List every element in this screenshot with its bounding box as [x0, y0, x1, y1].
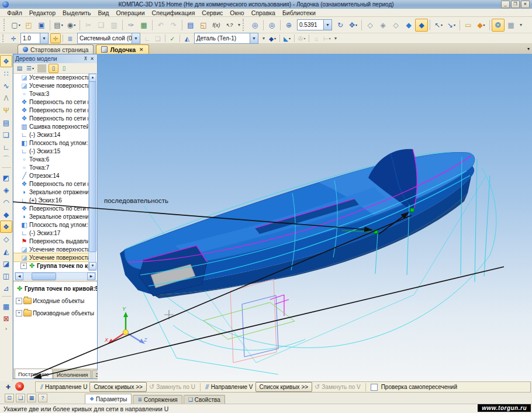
menu-item[interactable]: Библиотеки	[279, 9, 319, 16]
properties-icon[interactable]: ▦	[137, 19, 150, 32]
tree-composition-icon[interactable]: ▯	[59, 64, 69, 73]
toolbar-grip[interactable]	[243, 19, 246, 32]
expand-icon[interactable]: +	[16, 298, 22, 304]
trim-surface-icon[interactable]: ◪	[0, 257, 12, 270]
toolbar-overflow-icon[interactable]: ▾	[517, 19, 524, 32]
undo-icon[interactable]: ↶	[154, 19, 167, 32]
model-dimensions-icon[interactable]: ▦	[505, 19, 517, 32]
patch-surface-icon[interactable]: ◩	[0, 171, 12, 184]
stitch-surface-icon[interactable]: ▦	[0, 300, 12, 312]
tree-tab[interactable]: Исполнения	[53, 370, 92, 378]
plane-icon[interactable]: ▤	[0, 116, 12, 129]
zoom-window-icon[interactable]: ◎	[248, 19, 261, 32]
functions-icon[interactable]: f(x)	[210, 19, 223, 32]
expand-icon[interactable]: +	[20, 263, 27, 269]
tree-item[interactable]: ❖ Поверхность по сети кр	[13, 106, 88, 114]
current-layer-combo[interactable]: Системный слой (0)▼	[77, 33, 140, 44]
current-body-combo[interactable]: Деталь (Тел-1)▼	[194, 33, 258, 44]
sketch-properties-icon[interactable]: ❏	[153, 33, 163, 43]
current-scale-combo[interactable]: 1.0▼	[20, 33, 49, 44]
tree-item[interactable]: ∟ (-) Эскиз:15	[13, 147, 88, 155]
scroll-right-icon[interactable]: ▶	[87, 273, 95, 280]
zoom-pan-icon[interactable]: ◎	[265, 19, 278, 32]
property-tab[interactable]: ≣ Сопряжения	[133, 395, 182, 404]
menu-item[interactable]: Справка	[248, 9, 279, 16]
curve-list-u-button[interactable]: Список кривых >>	[89, 382, 147, 392]
scroll-up-icon[interactable]: ▲	[89, 74, 96, 82]
toolbar-overflow-icon[interactable]: ▾	[260, 33, 267, 43]
extrude-surface-icon[interactable]: ◈	[0, 184, 12, 196]
sep[interactable]	[294, 35, 295, 42]
split-face-icon[interactable]: ⊿	[0, 282, 12, 294]
create-object-icon[interactable]: ✚	[4, 382, 13, 391]
snap-filter-icon[interactable]: ↘	[445, 19, 458, 32]
library-manager-icon[interactable]: ◱	[197, 19, 210, 32]
arc-icon[interactable]: ⌒	[0, 153, 12, 166]
hidden-lines-thin-icon[interactable]: ◈	[376, 19, 389, 32]
orientation-ball-icon[interactable]: ❂	[492, 19, 505, 32]
curve-branch-icon[interactable]: Ψ	[0, 104, 12, 116]
tree-item[interactable]: ✤ Группа точек по кривой:5	[13, 283, 97, 295]
combo-arrow-icon[interactable]: ▼	[323, 20, 331, 30]
close-panel-icon[interactable]: ✕	[89, 56, 95, 62]
toolbar-overflow-icon[interactable]: ▾	[236, 19, 243, 32]
property-tab[interactable]: ❖ Параметры	[85, 394, 132, 404]
menu-item[interactable]: Вид	[94, 9, 112, 16]
sep[interactable]	[2, 167, 11, 171]
tree-item[interactable]: ╱ Отрезок:14	[13, 171, 88, 180]
tree-item[interactable]: ○ Точка:6	[13, 155, 88, 163]
close-button[interactable]: ✕	[521, 1, 530, 8]
stamp-icon[interactable]: ✇	[296, 33, 307, 43]
delete-face-icon[interactable]: ⊠	[0, 312, 12, 325]
cut-icon[interactable]: ✂	[82, 19, 95, 32]
preview-icon[interactable]: ◉	[65, 19, 78, 32]
redo-icon[interactable]: ↷	[167, 19, 180, 32]
tab-list-arrow-icon[interactable]: ▾	[527, 46, 530, 51]
sep[interactable]	[152, 20, 153, 30]
help-icon[interactable]: ?	[38, 394, 47, 402]
toolbar-grip[interactable]	[4, 19, 7, 32]
close-v-toggle[interactable]: ↺ Замкнуть по V	[315, 383, 361, 391]
orientation-icon[interactable]: ✥	[347, 19, 360, 32]
menu-item[interactable]: Выделить	[59, 9, 94, 16]
direction-v-button[interactable]: ⫻ Направление V	[205, 383, 253, 391]
autocreate-icon[interactable]: ⊡	[5, 394, 14, 402]
tab-close-icon[interactable]: ✕	[139, 47, 144, 53]
sep[interactable]	[182, 20, 182, 30]
tree-item[interactable]: ○ Точка:3	[13, 90, 88, 98]
selection-filter-icon[interactable]: ↖	[432, 19, 445, 32]
copy-properties-icon[interactable]: ✑	[125, 19, 137, 32]
open-icon[interactable]: ◰	[22, 19, 35, 32]
menu-item[interactable]: Редактор	[26, 9, 59, 16]
direction-u-button[interactable]: ⫽ Направление U	[40, 383, 87, 391]
pin-panel-icon[interactable]: ⊼	[82, 56, 89, 62]
tree-item[interactable]: ◗ Зеркальное отражение	[13, 212, 88, 221]
sep[interactable]	[165, 35, 165, 42]
clip-box-icon[interactable]: ▭	[462, 19, 475, 32]
rebuild-icon[interactable]: ⌂	[311, 33, 322, 43]
expand-icon[interactable]: +	[16, 310, 22, 316]
tree-item[interactable]: ◧ Плоскость под углом:5	[13, 221, 88, 229]
viewport-3d[interactable]: X Y Z последовательность	[98, 54, 532, 381]
tree-item[interactable]: ◪ Усечение поверхности:	[13, 253, 88, 261]
property-tab[interactable]: ❑ Свойства	[184, 395, 225, 404]
sep[interactable]	[37, 64, 46, 73]
hidden-lines-off-icon[interactable]: ◇	[389, 19, 402, 32]
curve-list-v-button[interactable]: Список кривых >>	[255, 382, 313, 392]
snap-mode-icon[interactable]: ✛	[50, 33, 61, 43]
toolbar-grip[interactable]	[2, 35, 6, 43]
tree-item[interactable]: ∟ (-) Эскиз:17	[13, 229, 88, 237]
layers-icon[interactable]: ≣	[65, 33, 75, 43]
extend-surface-icon[interactable]: ◫	[0, 270, 12, 282]
checkbox-icon[interactable]	[371, 384, 378, 391]
combo-arrow-icon[interactable]: ▼	[132, 33, 140, 43]
copy-icon[interactable]: ❏	[95, 19, 108, 32]
ruled-surface-icon[interactable]: ◇	[0, 233, 12, 245]
sep[interactable]	[263, 20, 264, 30]
tree-item[interactable]: + Производные объекты	[13, 307, 97, 319]
sep[interactable]	[361, 20, 362, 30]
wedge-display-icon[interactable]: ◣	[282, 33, 292, 43]
tree-item[interactable]: ◗ Зеркальное отражение	[13, 188, 88, 196]
tree-display-icon[interactable]: ☰	[25, 64, 35, 73]
tree-item[interactable]: ◧ Плоскость под углом:2	[13, 139, 88, 147]
